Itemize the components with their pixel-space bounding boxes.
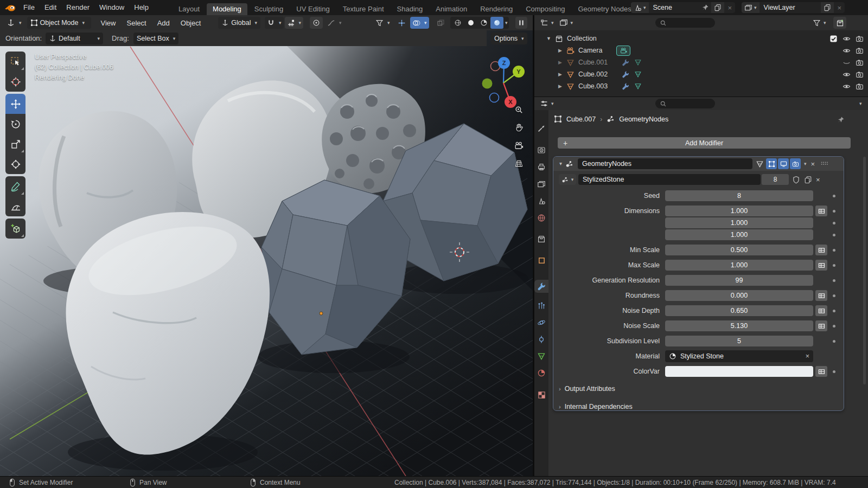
checkbox-checked-icon[interactable] <box>829 35 838 43</box>
panel-expand-icon[interactable]: ▾ <box>559 161 562 166</box>
tool-move[interactable] <box>5 94 25 114</box>
pin-icon[interactable] <box>701 4 709 11</box>
fake-user-shield-icon[interactable] <box>792 176 800 184</box>
collection-name[interactable]: Collection <box>567 35 597 42</box>
eye-icon[interactable] <box>843 70 851 79</box>
tab-material[interactable] <box>534 367 548 380</box>
section-internal-dependencies[interactable]: › Internal Dependencies <box>553 401 844 413</box>
decorator-dot[interactable] <box>833 195 835 197</box>
viewport-menu-add[interactable]: Add <box>152 19 175 27</box>
tab-render[interactable] <box>534 144 548 157</box>
zoom-button[interactable] <box>512 103 525 116</box>
decorator-dot[interactable] <box>833 325 835 328</box>
outliner-row-collection[interactable]: ▼ Collection <box>534 33 868 44</box>
tab-physics[interactable] <box>534 316 548 329</box>
disclosure-closed-icon[interactable]: ▶ <box>558 72 562 77</box>
decorator-dot[interactable] <box>833 294 835 297</box>
pin-id-icon[interactable] <box>837 116 845 124</box>
workspace-tab-modeling[interactable]: Modeling <box>207 3 247 15</box>
tool-scale[interactable] <box>5 134 25 154</box>
node-group-name-field[interactable]: StylizedStone <box>578 174 761 185</box>
drag-handle-icon[interactable] <box>820 160 828 168</box>
outliner-search-input[interactable] <box>655 18 715 28</box>
outliner-row-camera[interactable]: ▶ Camera <box>534 44 868 56</box>
menu-render[interactable]: Render <box>61 0 94 15</box>
workspace-tab-animation[interactable]: Animation <box>430 3 473 15</box>
viewport-menu-view[interactable]: View <box>95 19 122 27</box>
outliner-display-mode-button[interactable]: ▾ <box>559 18 573 27</box>
eye-icon[interactable] <box>843 35 851 43</box>
object-visibility-dropdown[interactable]: ▾ <box>373 17 392 29</box>
input-attribute-toggle[interactable] <box>815 260 827 271</box>
param-value-slider[interactable]: 1.000 <box>665 217 813 228</box>
drag-dropdown[interactable]: Select Box ▾ <box>133 33 178 44</box>
properties-search-input[interactable] <box>655 99 715 108</box>
disclosure-closed-icon[interactable]: ▶ <box>558 48 562 53</box>
delete-modifier-icon[interactable]: × <box>811 160 815 168</box>
camera-restrict-icon[interactable] <box>856 35 864 43</box>
scene-selector[interactable]: ▾ Scene × <box>631 2 735 13</box>
breadcrumb-modifier[interactable]: GeometryNodes <box>619 115 668 123</box>
tool-select-box[interactable] <box>5 52 25 72</box>
overlays-dropdown[interactable]: ▾ <box>410 17 429 29</box>
camera-restrict-icon[interactable] <box>856 47 864 55</box>
workspace-tab-layout[interactable]: Layout <box>173 3 206 15</box>
viewport-menu-object[interactable]: Object <box>175 19 207 27</box>
tab-constraints[interactable] <box>534 333 548 346</box>
decorator-dot[interactable] <box>833 370 835 373</box>
param-value-slider[interactable]: 8 <box>665 190 813 201</box>
input-attribute-toggle[interactable] <box>815 320 827 331</box>
param-value-slider[interactable]: 5 <box>665 336 813 346</box>
decorator-dot[interactable] <box>833 310 835 312</box>
display-realtime-toggle[interactable] <box>778 158 789 169</box>
workspace-tab-shading[interactable]: Shading <box>391 3 429 15</box>
modifier-name-field[interactable]: GeometryNodes <box>578 158 752 169</box>
workspace-tab-uv-editing[interactable]: UV Editing <box>290 3 335 15</box>
material-field[interactable]: Stylized Stone × <box>665 350 813 362</box>
workspace-tab-rendering[interactable]: Rendering <box>474 3 519 15</box>
new-viewlayer-button[interactable] <box>821 2 834 13</box>
scene-name[interactable]: Scene <box>649 4 702 11</box>
tab-collection[interactable] <box>534 233 548 246</box>
options-dropdown[interactable]: Options ▾ <box>491 33 527 44</box>
param-value-slider[interactable]: 0.500 <box>665 245 813 255</box>
remove-viewlayer-icon[interactable]: × <box>834 4 845 12</box>
viewlayer-selector[interactable]: ▾ ViewLayer × <box>742 2 845 13</box>
section-output-attributes[interactable]: › Output Attributes <box>553 383 844 395</box>
workspace-tab-texture-paint[interactable]: Texture Paint <box>337 3 390 15</box>
tool-transform[interactable] <box>5 154 25 174</box>
param-value-slider[interactable]: 5.130 <box>665 320 813 331</box>
breadcrumb-object[interactable]: Cube.007 <box>566 115 596 123</box>
new-scene-button[interactable] <box>711 2 724 13</box>
tool-measure[interactable] <box>5 196 25 216</box>
workspace-tab-geometry-nodes[interactable]: Geometry Nodes <box>572 3 637 15</box>
proportional-falloff-dropdown[interactable]: ▾ <box>325 17 344 29</box>
tab-output[interactable] <box>534 160 548 174</box>
outliner-editor-type-button[interactable]: ▾ <box>540 18 554 27</box>
display-edit-mode-toggle[interactable] <box>766 158 777 169</box>
param-value-slider[interactable]: 99 <box>665 275 813 286</box>
disclosure-closed-icon[interactable]: ▶ <box>558 84 562 89</box>
menu-file[interactable]: File <box>18 0 40 15</box>
decorator-dot[interactable] <box>833 210 835 213</box>
shading-wireframe-button[interactable] <box>451 17 464 29</box>
object-name[interactable]: Cube.002 <box>578 70 608 78</box>
eye-closed-icon[interactable] <box>843 59 851 67</box>
camera-data-badge[interactable] <box>616 46 630 56</box>
new-collection-button[interactable] <box>833 17 846 29</box>
tool-cursor[interactable] <box>5 72 25 92</box>
param-value-slider[interactable]: 0.650 <box>665 305 813 316</box>
viewlayer-browse-button[interactable]: ▾ <box>742 2 760 13</box>
param-value-slider[interactable]: 1.000 <box>665 260 813 271</box>
properties-scrollbar[interactable] <box>863 157 866 384</box>
display-render-toggle[interactable] <box>790 158 801 169</box>
properties-editor-type-button[interactable]: ▾ <box>540 99 554 108</box>
properties-options-chevron[interactable]: ▾ <box>859 101 862 106</box>
param-value-slider[interactable]: 1.000 <box>665 229 813 240</box>
snap-toggle[interactable]: ▾ <box>265 17 284 29</box>
mode-dropdown[interactable]: Object Mode ▾ <box>27 17 91 29</box>
decorator-dot[interactable] <box>833 279 835 282</box>
outliner-filter-button[interactable]: ▾ <box>813 19 826 27</box>
viewport-menu-select[interactable]: Select <box>121 19 151 27</box>
unlink-icon[interactable]: × <box>816 176 820 184</box>
